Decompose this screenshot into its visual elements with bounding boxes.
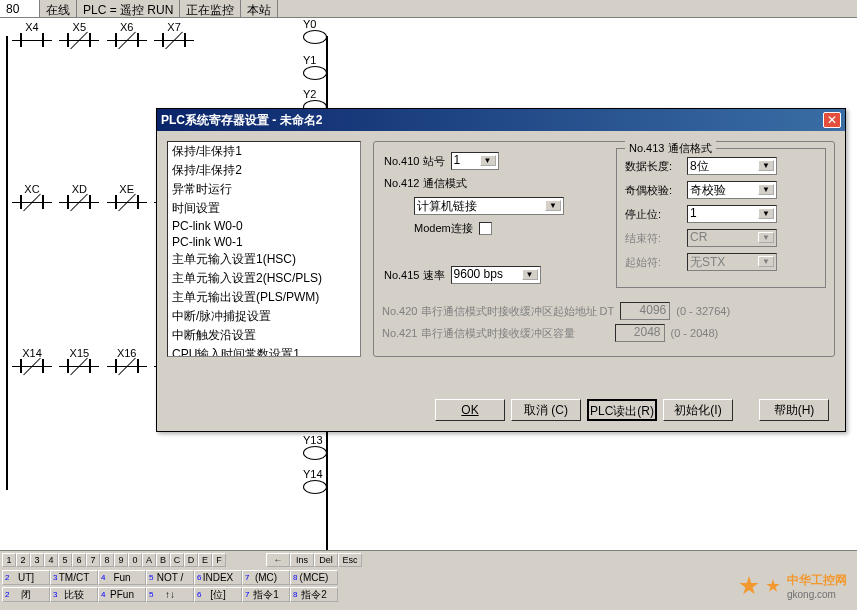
system-register-dialog: PLC系统寄存器设置 - 未命名2 ✕ 保持/非保持1保持/非保持2异常时运行时… [156, 108, 846, 432]
parity-select[interactable]: 奇校验 [687, 181, 777, 199]
endchar-select: CR [687, 229, 777, 247]
fn-button[interactable]: 8指令2 [290, 587, 338, 602]
buf-cap-field: 2048 [615, 324, 665, 342]
datalen-select[interactable]: 8位 [687, 157, 777, 175]
key-button[interactable]: 4 [44, 553, 58, 567]
fn-button[interactable]: 8(MCE) [290, 570, 338, 585]
ok-button[interactable]: OK [435, 399, 505, 421]
key-button[interactable]: 6 [72, 553, 86, 567]
list-item[interactable]: 异常时运行 [168, 180, 360, 199]
key-button[interactable]: E [198, 553, 212, 567]
list-item[interactable]: PC-link W0-0 [168, 218, 360, 234]
status-local[interactable]: 本站 [241, 0, 278, 17]
fieldset-legend: No.413 通信格式 [625, 141, 716, 156]
list-item[interactable]: 主单元输入设置1(HSC) [168, 250, 360, 269]
startchar-select: 无STX [687, 253, 777, 271]
gear-icon [739, 576, 759, 596]
fn-button[interactable]: 6[位] [194, 587, 242, 602]
rate-select[interactable]: 9600 bps [451, 266, 541, 284]
bottom-toolbar: 1234567890ABCDEF←InsDelEsc 2UT]3TM/CT4Fu… [0, 550, 857, 610]
fn-button[interactable]: 4Fun [98, 570, 146, 585]
fn-button[interactable]: 7指令1 [242, 587, 290, 602]
key-button[interactable]: 0 [128, 553, 142, 567]
dialog-title: PLC系统寄存器设置 - 未命名2 [161, 112, 322, 129]
list-item[interactable]: 保持/非保持2 [168, 161, 360, 180]
key-button[interactable]: Ins [290, 553, 314, 567]
fn-button[interactable]: 7(MC) [242, 570, 290, 585]
list-item[interactable]: PC-link W0-1 [168, 234, 360, 250]
key-button[interactable]: C [170, 553, 184, 567]
key-button[interactable]: 9 [114, 553, 128, 567]
fn-button[interactable]: 5↑↓ [146, 587, 194, 602]
fn-button[interactable]: 2闭 [2, 587, 50, 602]
list-item[interactable]: 中断触发沿设置 [168, 326, 360, 345]
init-button[interactable]: 初始化(I) [663, 399, 733, 421]
dialog-titlebar[interactable]: PLC系统寄存器设置 - 未命名2 ✕ [157, 109, 845, 131]
fn-button[interactable]: 4PFun [98, 587, 146, 602]
list-item[interactable]: 保持/非保持1 [168, 142, 360, 161]
comm-mode-select[interactable]: 计算机链接 [414, 197, 564, 215]
key-button[interactable]: B [156, 553, 170, 567]
key-button[interactable]: 8 [100, 553, 114, 567]
key-button[interactable]: F [212, 553, 226, 567]
status-online[interactable]: 在线 [40, 0, 77, 17]
stopbit-select[interactable]: 1 [687, 205, 777, 223]
key-button[interactable]: 3 [30, 553, 44, 567]
close-icon[interactable]: ✕ [823, 112, 841, 128]
meter-value: 80 [0, 0, 40, 17]
fn-button[interactable]: 6INDEX [194, 570, 242, 585]
status-monitor[interactable]: 正在监控 [180, 0, 241, 17]
key-button[interactable]: Esc [338, 553, 362, 567]
watermark: 中华工控网 gkong.com [739, 572, 847, 600]
cancel-button[interactable]: 取消 (C) [511, 399, 581, 421]
key-button[interactable]: D [184, 553, 198, 567]
key-button[interactable]: 1 [2, 553, 16, 567]
modem-checkbox[interactable] [479, 222, 492, 235]
settings-list[interactable]: 保持/非保持1保持/非保持2异常时运行时间设置PC-link W0-0PC-li… [167, 141, 361, 357]
fn-button[interactable]: 5NOT / [146, 570, 194, 585]
key-button[interactable]: ← [266, 553, 290, 567]
key-button[interactable]: A [142, 553, 156, 567]
key-button[interactable]: Del [314, 553, 338, 567]
fn-button[interactable]: 3比较 [50, 587, 98, 602]
key-button[interactable]: 2 [16, 553, 30, 567]
list-item[interactable]: 中断/脉冲捕捉设置 [168, 307, 360, 326]
station-select[interactable]: 1 [451, 152, 499, 170]
help-button[interactable]: 帮助(H) [759, 399, 829, 421]
gear-icon [766, 579, 780, 593]
key-button[interactable]: 5 [58, 553, 72, 567]
plc-read-button[interactable]: PLC读出(R) [587, 399, 657, 421]
list-item[interactable]: 时间设置 [168, 199, 360, 218]
fn-button[interactable]: 3TM/CT [50, 570, 98, 585]
fn-button[interactable]: 2UT] [2, 570, 50, 585]
buf-start-field: 4096 [620, 302, 670, 320]
list-item[interactable]: CPU输入时间常数设置1 [168, 345, 360, 357]
list-item[interactable]: 主单元输出设置(PLS/PWM) [168, 288, 360, 307]
main-toolbar: 80 在线 PLC = 遥控 RUN 正在监控 本站 [0, 0, 857, 18]
list-item[interactable]: 主单元输入设置2(HSC/PLS) [168, 269, 360, 288]
status-plc[interactable]: PLC = 遥控 RUN [77, 0, 180, 17]
key-button[interactable]: 7 [86, 553, 100, 567]
